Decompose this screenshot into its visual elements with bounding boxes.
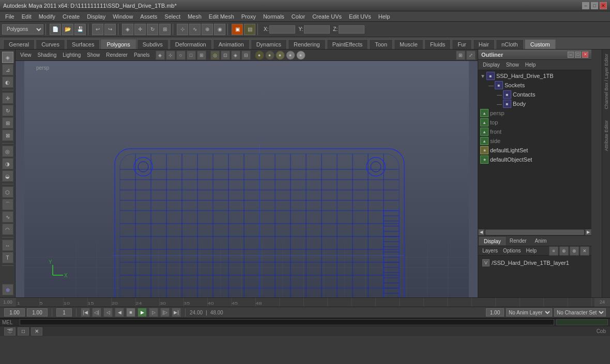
tab-dynamics[interactable]: Dynamics [251, 39, 287, 49]
menu-color[interactable]: Color [288, 12, 308, 21]
new-scene-btn[interactable]: 📄 [50, 24, 61, 35]
script-output[interactable] [556, 319, 608, 325]
vp-translate-btn[interactable]: ⊹ [166, 51, 175, 60]
paint-weights-btn[interactable]: ◒ [2, 170, 13, 182]
stop-btn[interactable]: ■ [126, 308, 135, 317]
layer-row-1[interactable]: V /SSD_Hard_Drive_1TB_layer1 [480, 258, 589, 268]
current-frame-display[interactable] [56, 308, 72, 316]
text-btn[interactable]: T [2, 252, 13, 263]
outliner-show-menu[interactable]: Show [504, 61, 522, 69]
vp-manip-btn[interactable]: ⊞ [197, 51, 206, 60]
soft-mod-btn[interactable]: ◎ [2, 146, 13, 157]
speed-input[interactable] [486, 308, 504, 316]
tree-item-front[interactable]: ▲ front [478, 127, 591, 136]
menu-normals[interactable]: Normals [260, 12, 287, 21]
vp-maximize-btn[interactable]: ⤢ [466, 51, 476, 60]
no-char-set-select[interactable]: No Character Set [554, 308, 606, 316]
viewport-canvas[interactable]: X Y persp [16, 61, 478, 297]
scroll-track[interactable] [485, 230, 584, 235]
transform-btn[interactable]: ⊠ [2, 130, 13, 141]
tree-item-body[interactable]: — ■ Body [478, 99, 591, 108]
vp-light1[interactable]: ● [255, 51, 264, 60]
tab-animation[interactable]: Animation [213, 39, 250, 49]
menu-proxy[interactable]: Proxy [238, 12, 259, 21]
vp-shading-menu[interactable]: Shading [35, 51, 59, 59]
paint-select-btn[interactable]: ◐ [2, 76, 13, 88]
outliner-tree[interactable]: ▼ ■ SSD_Hard_Drive_1TB — ■ Sockets — ■ C… [478, 70, 591, 228]
tab-ncloth[interactable]: nCloth [496, 39, 524, 49]
vp-lighting-menu[interactable]: Lighting [60, 51, 83, 59]
tab-general[interactable]: General [3, 39, 35, 49]
snap-surface-btn[interactable]: ◉ [214, 24, 225, 35]
tab-fluids[interactable]: Fluids [424, 39, 451, 49]
tab-polygons[interactable]: Polygons [101, 39, 135, 49]
tree-item-top[interactable]: ▲ top [478, 118, 591, 127]
vp-light4[interactable]: ● [286, 51, 295, 60]
redo-btn[interactable]: ↪ [104, 24, 116, 35]
menu-select[interactable]: Select [161, 12, 184, 21]
no-anim-layer-select[interactable]: No Anim Layer [506, 308, 552, 316]
vp-light2[interactable]: ● [265, 51, 274, 60]
layer-vis-btn[interactable]: V [482, 259, 490, 266]
tree-item-ssd[interactable]: ▼ ■ SSD_Hard_Drive_1TB [478, 71, 591, 81]
menu-assets[interactable]: Assets [137, 12, 160, 21]
options-menu[interactable]: Options [501, 248, 523, 254]
snap-grid-btn[interactable]: ⊹ [177, 24, 188, 35]
tree-item-persp[interactable]: ▲ persp [478, 108, 591, 118]
axis-x-input[interactable] [269, 25, 295, 34]
outliner-scrollbar[interactable]: ◀ ▶ [478, 228, 591, 235]
tree-item-sockets[interactable]: — ■ Sockets [478, 81, 591, 90]
layer-tab-anim[interactable]: Anim [531, 237, 551, 245]
timeline[interactable]: 1.00 [0, 298, 610, 307]
vp-texture-btn[interactable]: ⊟ [241, 51, 251, 60]
maximize-button[interactable]: □ [591, 2, 598, 9]
vp-scale-btn[interactable]: □ [187, 51, 196, 60]
snap-point-btn[interactable]: ⊕ [202, 24, 213, 35]
status-scene-btn[interactable]: 🎬 [4, 327, 16, 336]
vp-renderer-menu[interactable]: Renderer [103, 51, 130, 59]
save-btn[interactable]: 💾 [74, 24, 86, 35]
channel-box-label[interactable]: Channel Box / Layer Editor [603, 52, 609, 112]
layer-split-btn[interactable]: ⊗ [570, 246, 579, 256]
rotate-tool[interactable]: ↻ [147, 24, 158, 35]
vp-wireframe-btn[interactable]: ⊡ [221, 51, 230, 60]
viewport[interactable]: View Shading Lighting Show Renderer Pane… [16, 50, 478, 297]
start-frame-input[interactable]: 1.00 [27, 308, 48, 316]
scale-tool[interactable]: ⊞ [159, 24, 171, 35]
tab-custom[interactable]: Custom [525, 39, 556, 49]
prev-key-btn[interactable]: ◁| [92, 308, 101, 317]
outliner-max-btn[interactable]: □ [575, 52, 581, 58]
snap-curve-btn[interactable]: ∿ [189, 24, 201, 35]
vp-panels-menu[interactable]: Panels [131, 51, 152, 59]
vp-grid-btn[interactable]: ⊞ [456, 51, 465, 60]
outliner-close-btn[interactable]: ✕ [582, 52, 588, 58]
scroll-right-btn[interactable]: ▶ [585, 229, 591, 235]
vp-rotate-btn[interactable]: ○ [176, 51, 186, 60]
vp-smooth-btn[interactable]: ◈ [231, 51, 240, 60]
axis-y-input[interactable] [304, 25, 330, 34]
vp-light3[interactable]: ● [276, 51, 285, 60]
timeline-bar[interactable]: 1 5 10 15 20 24 30 35 40 45 48 [16, 298, 594, 307]
axis-z-input[interactable] [339, 25, 364, 34]
attribute-editor-label[interactable]: Attribute Editor [603, 118, 609, 153]
go-end-btn[interactable]: ▶| [172, 308, 181, 317]
render-btn[interactable]: ▣ [232, 24, 243, 35]
menu-window[interactable]: Window [110, 12, 136, 21]
menu-help[interactable]: Help [375, 12, 393, 21]
move-btn[interactable]: ✛ [2, 92, 13, 104]
lasso-select-btn[interactable]: ⊿ [2, 64, 13, 75]
tab-hair[interactable]: Hair [473, 39, 495, 49]
undo-btn[interactable]: ↩ [92, 24, 103, 35]
tab-painteffects[interactable]: PaintEffects [327, 39, 369, 49]
tab-toon[interactable]: Toon [369, 39, 393, 49]
menu-edit-uvs[interactable]: Edit UVs [346, 12, 374, 21]
vp-show-menu[interactable]: Show [84, 51, 102, 59]
tab-rendering[interactable]: Rendering [288, 39, 326, 49]
tab-curves[interactable]: Curves [36, 39, 65, 49]
measure-btn[interactable]: ↔ [2, 240, 13, 251]
menu-edit[interactable]: Edit [19, 12, 35, 21]
select-tool-btn[interactable]: ◈ [2, 52, 13, 63]
layer-help-menu[interactable]: Help [524, 248, 539, 254]
next-key-btn[interactable]: |▷ [160, 308, 170, 317]
move-tool[interactable]: ✛ [134, 24, 146, 35]
